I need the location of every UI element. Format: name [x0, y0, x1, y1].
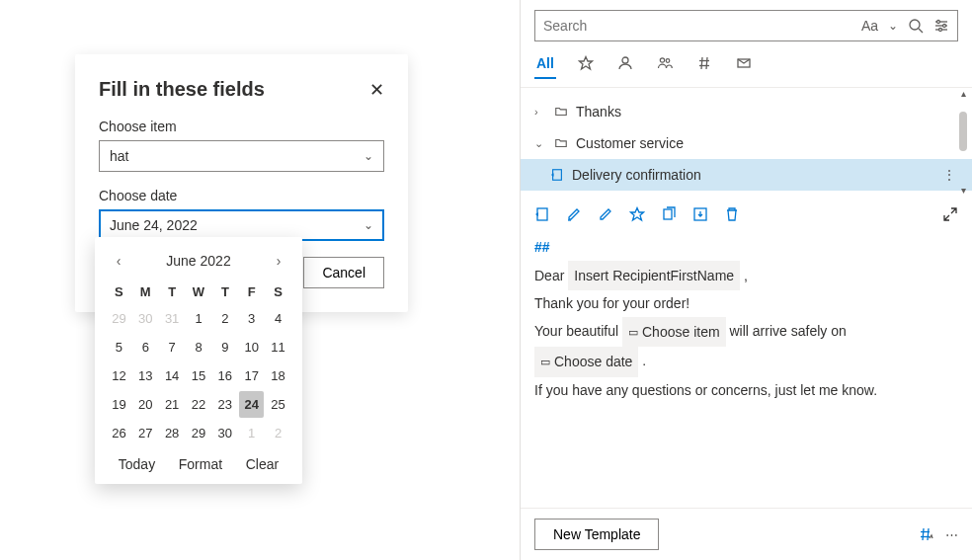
calendar-day[interactable]: 17: [239, 362, 264, 389]
font-size-label[interactable]: Aa: [861, 18, 878, 34]
calendar-day[interactable]: 22: [187, 391, 211, 418]
calendar-day[interactable]: 19: [107, 391, 131, 418]
calendar-day[interactable]: 25: [266, 391, 290, 418]
choose-item-select[interactable]: hat ⌄: [99, 140, 384, 172]
calendar-clear-button[interactable]: Clear: [246, 456, 279, 472]
calendar-format-button[interactable]: Format: [179, 456, 222, 472]
calendar-day[interactable]: 12: [107, 362, 131, 389]
field-icon: ▭: [540, 352, 550, 372]
download-icon[interactable]: [692, 206, 708, 222]
calendar-day[interactable]: 31: [160, 305, 185, 332]
tab-all[interactable]: All: [534, 49, 556, 79]
more-icon[interactable]: ⋯: [945, 527, 958, 542]
calendar-day[interactable]: 20: [133, 391, 158, 418]
people-icon[interactable]: [655, 49, 675, 79]
scrollbar-thumb[interactable]: [959, 112, 967, 151]
template-toolbar: [521, 199, 972, 230]
field-icon: ▭: [628, 322, 638, 343]
calendar-day[interactable]: 5: [107, 334, 131, 360]
mail-icon[interactable]: [734, 49, 754, 79]
calendar-day-header: T: [212, 280, 237, 303]
calendar-day[interactable]: 6: [133, 334, 158, 360]
hashtag-action-icon[interactable]: [918, 526, 933, 542]
svg-point-9: [622, 57, 628, 63]
choose-item-value: hat: [110, 148, 128, 164]
template-tree: › Thanks ⌄ Customer service Delivery con…: [521, 88, 972, 199]
edit-pen-icon[interactable]: [566, 206, 582, 222]
modal-title: Fill in these fields: [99, 78, 265, 101]
scroll-up-icon[interactable]: ▴: [956, 88, 970, 102]
calendar-day[interactable]: 4: [266, 305, 290, 332]
calendar-day[interactable]: 3: [239, 305, 264, 332]
svg-point-5: [937, 21, 940, 24]
hashtag-icon[interactable]: [694, 49, 714, 79]
settings-icon[interactable]: [933, 18, 949, 34]
calendar-day[interactable]: 13: [133, 362, 158, 389]
calendar-day[interactable]: 7: [160, 334, 185, 360]
calendar-day[interactable]: 21: [160, 391, 185, 418]
calendar-day-header: S: [266, 280, 290, 303]
item-placeholder-chip[interactable]: ▭Choose item: [622, 317, 726, 348]
new-template-button[interactable]: New Template: [534, 519, 659, 550]
search-input[interactable]: [543, 18, 861, 34]
chevron-down-icon[interactable]: ⌄: [888, 19, 898, 33]
person-icon[interactable]: [615, 49, 635, 79]
calendar-day[interactable]: 29: [187, 420, 211, 446]
calendar-day[interactable]: 18: [266, 362, 290, 389]
calendar-day[interactable]: 30: [133, 305, 158, 332]
calendar-day[interactable]: 1: [239, 420, 264, 446]
tree-folder-thanks[interactable]: › Thanks: [521, 96, 972, 127]
date-placeholder-chip[interactable]: ▭Choose date: [534, 347, 638, 377]
calendar-day[interactable]: 26: [107, 420, 131, 446]
prev-month-icon[interactable]: ‹: [107, 249, 130, 273]
calendar-day[interactable]: 8: [187, 334, 211, 360]
calendar-day[interactable]: 24: [239, 391, 264, 418]
calendar-day[interactable]: 28: [160, 420, 185, 446]
close-icon[interactable]: ✕: [369, 79, 384, 101]
calendar-day[interactable]: 27: [133, 420, 158, 446]
recipient-placeholder-chip[interactable]: Insert RecipientFirstName: [568, 261, 740, 291]
tree-folder-customer-service[interactable]: ⌄ Customer service: [521, 127, 972, 159]
next-month-icon[interactable]: ›: [267, 249, 290, 273]
svg-point-11: [666, 59, 670, 63]
search-icon[interactable]: [908, 18, 924, 34]
tree-label: Customer service: [576, 135, 684, 151]
calendar-day-header: F: [239, 280, 264, 303]
svg-point-6: [943, 25, 946, 28]
delete-icon[interactable]: [724, 206, 740, 222]
calendar-day[interactable]: 11: [266, 334, 290, 360]
svg-marker-8: [579, 57, 592, 70]
scrollbar[interactable]: ▴ ▾: [956, 88, 970, 199]
calendar-today-button[interactable]: Today: [119, 456, 155, 472]
scroll-down-icon[interactable]: ▾: [956, 185, 970, 199]
tree-label: Thanks: [576, 104, 621, 120]
calendar-day[interactable]: 2: [212, 305, 237, 332]
star-icon[interactable]: [576, 49, 596, 79]
svg-line-15: [706, 57, 707, 69]
copy-icon[interactable]: [661, 206, 677, 222]
pencil-icon[interactable]: [598, 206, 613, 222]
svg-point-0: [910, 20, 920, 30]
calendar-day[interactable]: 29: [107, 305, 131, 332]
svg-line-14: [701, 57, 702, 69]
svg-rect-18: [537, 208, 547, 220]
favorite-star-icon[interactable]: [629, 206, 645, 222]
footer: New Template ⋯: [521, 508, 972, 560]
calendar-day[interactable]: 23: [212, 391, 237, 418]
calendar-day[interactable]: 1: [187, 305, 211, 332]
cancel-button[interactable]: Cancel: [303, 257, 384, 288]
insert-icon[interactable]: [534, 206, 550, 222]
calendar-day[interactable]: 14: [160, 362, 185, 389]
tree-item-delivery-confirmation[interactable]: Delivery confirmation ⋮: [521, 159, 972, 191]
calendar-day[interactable]: 15: [187, 362, 211, 389]
calendar-day[interactable]: 16: [212, 362, 237, 389]
template-preview: ## Dear Insert RecipientFirstName , Than…: [521, 230, 972, 508]
choose-item-label: Choose item: [99, 119, 384, 134]
calendar-day[interactable]: 9: [212, 334, 237, 360]
calendar-day[interactable]: 2: [266, 420, 290, 446]
expand-icon[interactable]: [942, 206, 958, 222]
hashtag-marker: ##: [534, 234, 958, 261]
svg-line-24: [923, 528, 924, 540]
calendar-day[interactable]: 10: [239, 334, 264, 360]
calendar-day[interactable]: 30: [212, 420, 237, 446]
